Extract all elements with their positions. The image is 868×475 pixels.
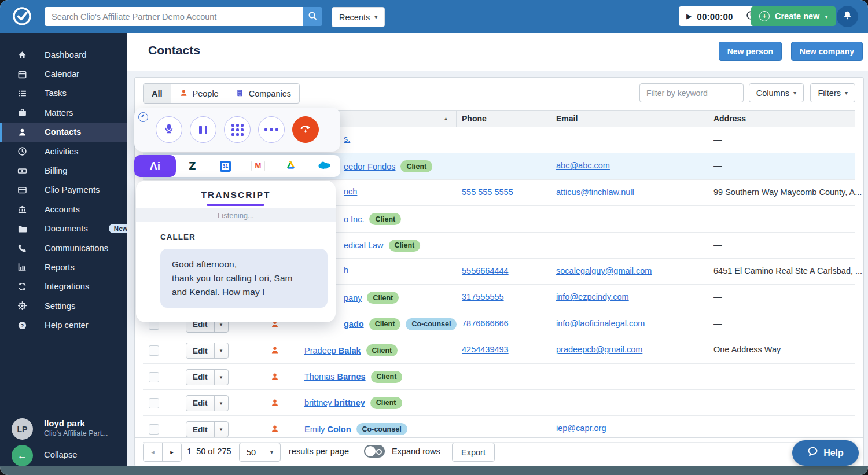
sidebar-item-billing[interactable]: Billing <box>0 161 127 180</box>
contact-name-link[interactable]: Emily Colon <box>304 425 351 434</box>
chevron-down-icon[interactable]: ▾ <box>214 396 228 411</box>
timer-start-button[interactable]: ▶ 00:00:00 <box>679 6 741 26</box>
sidebar-item-activities[interactable]: Activities <box>0 142 127 161</box>
phone-link[interactable]: 4254439493 <box>462 345 509 354</box>
sidebar-item-documents[interactable]: Documents New <box>0 219 127 238</box>
more-options-button[interactable] <box>258 116 285 143</box>
contact-name-link[interactable]: Pradeep Balak <box>304 346 361 355</box>
email-link[interactable]: atticus@finchlaw.null <box>556 187 634 197</box>
phone-link[interactable]: 555 555 5555 <box>462 187 513 197</box>
email-link[interactable]: iep@capr.org <box>556 424 606 433</box>
contact-name-link[interactable]: gado <box>344 319 364 329</box>
row-checkbox[interactable] <box>149 398 159 408</box>
google-drive-app-tab[interactable] <box>274 160 307 172</box>
email-link[interactable]: socalegalguy@gmail.com <box>556 266 652 275</box>
google-calendar-app-tab[interactable]: 31 <box>209 161 242 172</box>
hold-call-button[interactable] <box>190 116 216 143</box>
sidebar-item-calendar[interactable]: Calendar <box>0 64 127 83</box>
previous-page-button[interactable]: ◂ <box>144 443 163 461</box>
phone-link[interactable]: 5556664444 <box>462 266 509 275</box>
contact-name-link[interactable]: edical Law <box>344 241 384 250</box>
contact-type-tabs: All People Companies <box>143 83 300 104</box>
export-button[interactable]: Export <box>452 443 495 462</box>
sidebar-item-dashboard[interactable]: Dashboard <box>0 45 127 64</box>
edit-button[interactable]: Edit ▾ <box>186 421 229 437</box>
contact-name-link[interactable]: nch <box>344 187 357 196</box>
phone-link[interactable]: 317555555 <box>462 292 504 301</box>
column-header-email[interactable]: Email <box>556 111 578 127</box>
create-new-button[interactable]: + Create new ▾ <box>751 6 836 26</box>
contact-name-link[interactable]: pany <box>344 293 362 303</box>
sidebar-item-integrations[interactable]: Integrations <box>0 277 127 296</box>
contact-name-link[interactable]: h <box>344 266 348 275</box>
bottom-strip <box>0 466 868 475</box>
sidebar-item-contacts[interactable]: Contacts <box>0 123 127 142</box>
caller-message-bubble: Good afternoon, thank you for calling Lo… <box>160 249 328 308</box>
salesforce-app-tab[interactable] <box>307 160 340 173</box>
gmail-app-tab[interactable]: M <box>242 161 275 171</box>
mute-microphone-button[interactable] <box>156 116 182 143</box>
search-input[interactable] <box>45 7 303 26</box>
hang-up-button[interactable] <box>292 116 319 143</box>
sidebar-item-settings[interactable]: Settings <box>0 296 127 315</box>
sidebar-item-communications[interactable]: Communications <box>0 238 127 257</box>
clio-logo-icon[interactable] <box>10 5 34 28</box>
recents-dropdown[interactable]: Recents ▾ <box>332 7 385 27</box>
person-icon <box>179 89 188 99</box>
listening-status: Listening... <box>136 208 336 222</box>
contact-name-link[interactable]: eedor Fondos <box>344 162 395 171</box>
sidebar-item-reports[interactable]: Reports <box>0 257 127 277</box>
collapse-label[interactable]: Collapse <box>44 450 78 459</box>
contact-name-link[interactable]: o Inc. <box>344 215 364 224</box>
email-link[interactable]: info@ezpcindy.com <box>556 292 629 301</box>
caller-label: CALLER <box>160 233 196 241</box>
chevron-down-icon[interactable]: ▾ <box>214 370 228 385</box>
chevron-down-icon[interactable]: ▾ <box>214 422 228 437</box>
filter-keyword-input[interactable] <box>639 83 744 102</box>
notifications-button[interactable] <box>837 6 858 27</box>
edit-button[interactable]: Edit ▾ <box>186 343 229 359</box>
row-checkbox[interactable] <box>149 345 159 356</box>
row-checkbox[interactable] <box>149 372 159 382</box>
contact-name-link[interactable]: brittney brittney <box>304 398 365 407</box>
email-link[interactable]: abc@abc.com <box>556 161 610 170</box>
tab-all[interactable]: All <box>144 84 171 103</box>
user-avatar[interactable]: LP <box>12 418 33 440</box>
widget-handle-icon[interactable] <box>138 112 148 122</box>
collapse-button[interactable]: ← <box>12 445 33 466</box>
sidebar-item-tasks[interactable]: Tasks <box>0 84 127 103</box>
columns-dropdown[interactable]: Columns▾ <box>749 83 804 102</box>
row-checkbox[interactable] <box>149 424 159 435</box>
email-link[interactable]: pradeepcb@gmail.com <box>556 345 642 354</box>
sidebar-item-help-center[interactable]: ? Help center <box>0 315 127 334</box>
column-header-phone[interactable]: Phone <box>462 111 487 127</box>
clock-icon <box>17 146 27 156</box>
edit-button[interactable]: Edit ▾ <box>186 369 229 385</box>
edit-button[interactable]: Edit ▾ <box>186 395 229 411</box>
tab-companies[interactable]: Companies <box>227 84 299 103</box>
chevron-down-icon[interactable]: ▾ <box>214 343 228 358</box>
filters-dropdown[interactable]: Filters▾ <box>810 83 855 102</box>
new-person-button[interactable]: New person <box>719 42 782 61</box>
sidebar-item-matters[interactable]: Matters <box>0 103 127 122</box>
zendesk-app-tab[interactable]: Z <box>176 160 209 172</box>
sidebar-item-accounts[interactable]: Accounts <box>0 200 127 219</box>
transcript-panel: TRANSCRIPT Listening... CALLER Good afte… <box>136 181 336 322</box>
phone-link[interactable]: 7876666666 <box>462 319 509 328</box>
contact-name-link[interactable]: Thomas Barnes <box>304 372 366 381</box>
transcript-active-underline <box>207 204 264 206</box>
column-header-address[interactable]: Address <box>713 111 746 127</box>
search-icon <box>308 11 317 23</box>
contact-name-link[interactable]: s. <box>344 134 350 143</box>
tab-people[interactable]: People <box>171 84 227 103</box>
dialpad-button[interactable] <box>224 116 251 143</box>
next-page-button[interactable]: ▸ <box>163 443 181 461</box>
search-button[interactable] <box>303 7 322 26</box>
page-size-select[interactable]: 50▾ <box>239 443 281 462</box>
sidebar-item-clio-payments[interactable]: Clio Payments <box>0 181 127 200</box>
expand-rows-toggle[interactable] <box>364 445 385 458</box>
ai-app-tab[interactable]: Λi <box>134 155 176 177</box>
email-link[interactable]: info@laoficinalegal.com <box>556 319 645 328</box>
help-button[interactable]: Help <box>792 440 859 466</box>
new-company-button[interactable]: New company <box>791 42 863 61</box>
